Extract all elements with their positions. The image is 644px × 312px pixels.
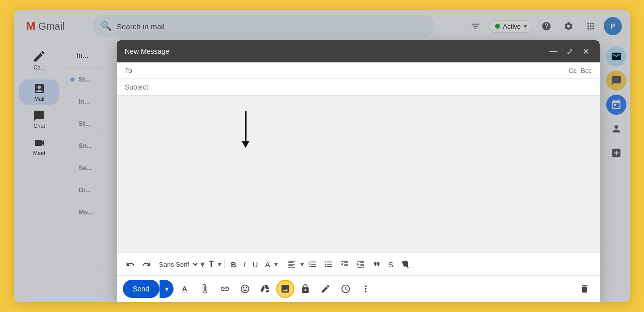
compose-window: New Message — ⤢ ✕ To Cc Bcc <box>117 40 600 302</box>
compose-cc-label[interactable]: Cc <box>569 67 577 74</box>
compose-actions-bar: Send ▾ A <box>117 275 600 302</box>
insert-link-button[interactable] <box>216 280 234 298</box>
text-color-button[interactable]: A <box>262 256 273 272</box>
compose-minimize-button[interactable]: — <box>547 45 559 57</box>
bold-button[interactable]: B <box>228 256 239 272</box>
arrow-line <box>245 111 247 141</box>
indent-more-button[interactable] <box>353 256 368 272</box>
signature-button[interactable] <box>316 280 335 298</box>
compose-header-actions: — ⤢ ✕ <box>547 45 592 57</box>
arrow-head <box>242 141 250 148</box>
underline-button[interactable]: U <box>250 256 261 272</box>
compose-bcc-label[interactable]: Bcc <box>581 67 592 74</box>
emoji-button[interactable] <box>236 280 254 298</box>
bullet-list-button[interactable] <box>321 256 336 272</box>
compose-body[interactable] <box>117 96 600 253</box>
attach-file-button[interactable] <box>196 280 214 298</box>
compose-close-button[interactable]: ✕ <box>580 45 592 57</box>
strikethrough-button[interactable]: S <box>385 256 396 272</box>
align-button[interactable] <box>284 256 299 272</box>
redo-button[interactable] <box>139 256 154 272</box>
font-color-button[interactable]: A <box>176 280 194 298</box>
compose-to-row: To Cc Bcc <box>117 62 600 79</box>
compose-arrow <box>242 111 250 148</box>
numbered-list-button[interactable] <box>305 256 320 272</box>
compose-to-label: To <box>125 66 140 74</box>
compose-expand-button[interactable]: ⤢ <box>564 45 576 57</box>
send-button-group: Send ▾ <box>123 280 174 298</box>
indent-less-button[interactable] <box>337 256 352 272</box>
compose-subject-row <box>117 79 600 96</box>
gmail-window: M Gmail 🔍 Search in mail Active ▾ <box>14 10 630 302</box>
send-button[interactable]: Send <box>123 280 159 298</box>
lock-button[interactable] <box>296 280 314 298</box>
italic-button[interactable]: I <box>240 256 249 272</box>
remove-formatting-button[interactable] <box>397 256 413 272</box>
blockquote-button[interactable] <box>369 256 384 272</box>
drive-button[interactable] <box>256 280 274 298</box>
compose-subject-input[interactable] <box>125 83 592 91</box>
font-family-select[interactable]: Sans Serif <box>155 259 199 270</box>
schedule-button[interactable] <box>337 280 355 298</box>
delete-button[interactable] <box>576 280 594 298</box>
compose-header: New Message — ⤢ ✕ <box>117 40 600 62</box>
undo-button[interactable] <box>123 256 138 272</box>
insert-photo-button[interactable] <box>276 280 294 298</box>
formatting-toolbar: Sans Serif ▾ T ▾ B I U A ▾ ▾ <box>117 253 600 275</box>
more-options-button[interactable] <box>357 280 375 298</box>
compose-title: New Message <box>125 47 170 55</box>
compose-cc-bcc[interactable]: Cc Bcc <box>569 67 592 74</box>
send-dropdown-button[interactable]: ▾ <box>159 280 174 298</box>
font-size-button[interactable]: T <box>206 256 217 272</box>
compose-to-input[interactable] <box>140 66 569 74</box>
